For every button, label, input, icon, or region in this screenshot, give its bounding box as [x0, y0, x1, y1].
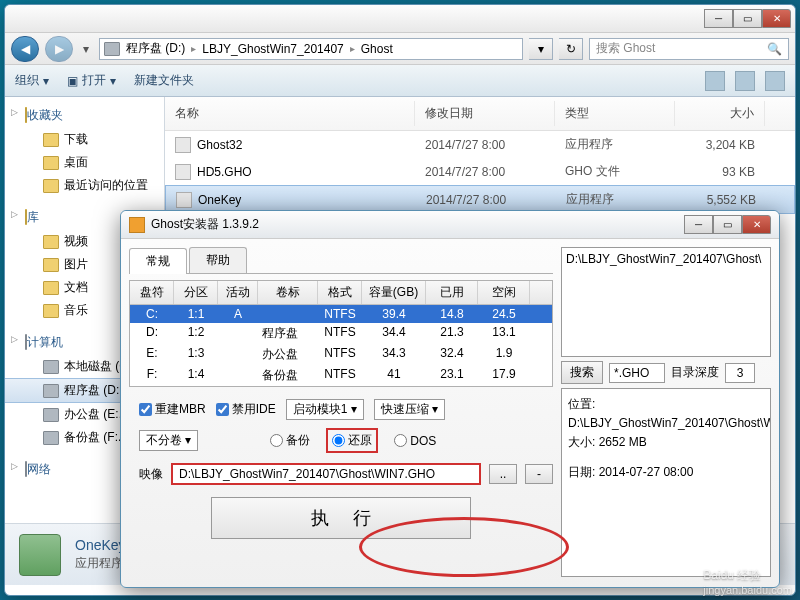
col-capacity[interactable]: 容量(GB) — [362, 281, 426, 304]
nav-forward-button[interactable]: ▶ — [45, 36, 73, 62]
col-disk[interactable]: 盘符 — [130, 281, 174, 304]
breadcrumb[interactable]: LBJY_GhostWin7_201407 — [202, 42, 343, 56]
address-dropdown[interactable]: ▾ — [529, 38, 553, 60]
breadcrumb[interactable]: Ghost — [361, 42, 393, 56]
browse-button[interactable]: .. — [489, 464, 517, 484]
backup-radio[interactable]: 备份 — [270, 432, 310, 449]
pictures-icon — [43, 258, 59, 272]
dialog-close-button[interactable]: ✕ — [742, 215, 771, 234]
search-button[interactable]: 搜索 — [561, 361, 603, 384]
sidebar-favorites[interactable]: 收藏夹 — [5, 103, 164, 128]
watermark: Baidu 经验 jingyan.baidu.com — [703, 567, 792, 596]
info-box: 位置: D:\LBJY_GhostWin7_201407\Ghost\WI 大小… — [561, 388, 771, 577]
drive-icon — [104, 42, 120, 56]
col-free[interactable]: 空闲 — [478, 281, 530, 304]
partition-row[interactable]: C:1:1ANTFS39.414.824.5 — [130, 305, 552, 323]
sidebar-item-recent[interactable]: 最近访问的位置 — [5, 174, 164, 197]
drive-icon — [43, 408, 59, 422]
dos-radio[interactable]: DOS — [394, 434, 436, 448]
nav-back-button[interactable]: ◀ — [11, 36, 39, 62]
recent-icon — [43, 179, 59, 193]
file-icon — [176, 192, 192, 208]
toolbar: 组织 ▾ ▣ 打开 ▾ 新建文件夹 — [5, 65, 795, 97]
drive-icon — [43, 360, 59, 374]
boot-module-select[interactable]: 启动模块1 ▾ — [286, 399, 364, 420]
tab-help[interactable]: 帮助 — [189, 247, 247, 273]
file-icon — [175, 137, 191, 153]
close-button[interactable]: ✕ — [762, 9, 791, 28]
search-icon: 🔍 — [767, 42, 782, 56]
new-folder-button[interactable]: 新建文件夹 — [134, 72, 194, 89]
video-icon — [43, 235, 59, 249]
col-active[interactable]: 活动 — [218, 281, 258, 304]
rebuild-mbr-checkbox[interactable]: 重建MBR — [139, 401, 206, 418]
refresh-button[interactable]: ↻ — [559, 38, 583, 60]
drive-icon — [43, 431, 59, 445]
explorer-titlebar[interactable]: ─ ▭ ✕ — [5, 5, 795, 33]
col-size[interactable]: 大小 — [675, 101, 765, 126]
compress-select[interactable]: 快速压缩 ▾ — [374, 399, 445, 420]
address-bar: ◀ ▶ ▾ 程序盘 (D:)▸ LBJY_GhostWin7_201407▸ G… — [5, 33, 795, 65]
app-icon — [129, 217, 145, 233]
col-part[interactable]: 分区 — [174, 281, 218, 304]
music-icon — [43, 304, 59, 318]
dialog-maximize-button[interactable]: ▭ — [713, 215, 742, 234]
remove-button[interactable]: - — [525, 464, 553, 484]
dialog-minimize-button[interactable]: ─ — [684, 215, 713, 234]
partition-row[interactable]: D:1:2程序盘NTFS34.421.313.1 — [130, 323, 552, 344]
breadcrumb[interactable]: 程序盘 (D:) — [126, 40, 185, 57]
file-columns-header: 名称 修改日期 类型 大小 — [165, 97, 795, 131]
address-field[interactable]: 程序盘 (D:)▸ LBJY_GhostWin7_201407▸ Ghost — [99, 38, 523, 60]
tab-normal[interactable]: 常规 — [129, 248, 187, 274]
search-placeholder: 搜索 Ghost — [596, 40, 655, 57]
dialog-titlebar[interactable]: Ghost安装器 1.3.9.2 ─ ▭ ✕ — [121, 211, 779, 239]
restore-radio[interactable]: 还原 — [332, 432, 372, 449]
file-large-icon — [19, 534, 61, 576]
image-label: 映像 — [139, 466, 163, 483]
col-type[interactable]: 类型 — [555, 101, 675, 126]
maximize-button[interactable]: ▭ — [733, 9, 762, 28]
novol-select[interactable]: 不分卷 ▾ — [139, 430, 198, 451]
file-row[interactable]: Ghost322014/7/27 8:00应用程序3,204 KB — [165, 131, 795, 158]
depth-label: 目录深度 — [671, 364, 719, 381]
folder-icon — [43, 133, 59, 147]
col-name[interactable]: 名称 — [165, 101, 415, 126]
depth-field[interactable]: 3 — [725, 363, 755, 383]
documents-icon — [43, 281, 59, 295]
partition-table: 盘符 分区 活动 卷标 格式 容量(GB) 已用 空闲 C:1:1ANTFS39… — [129, 280, 553, 387]
ghost-installer-dialog: Ghost安装器 1.3.9.2 ─ ▭ ✕ 常规 帮助 盘符 分区 活动 卷标… — [120, 210, 780, 588]
col-date[interactable]: 修改日期 — [415, 101, 555, 126]
help-button[interactable] — [765, 71, 785, 91]
execute-button[interactable]: 执行 — [211, 497, 471, 539]
sidebar-item-downloads[interactable]: 下载 — [5, 128, 164, 151]
dialog-title: Ghost安装器 1.3.9.2 — [151, 216, 259, 233]
open-button[interactable]: ▣ 打开 ▾ — [67, 72, 116, 89]
partition-row[interactable]: F:1:4备份盘NTFS4123.117.9 — [130, 365, 552, 386]
desktop-icon — [43, 156, 59, 170]
search-input[interactable]: 搜索 Ghost 🔍 — [589, 38, 789, 60]
col-used[interactable]: 已用 — [426, 281, 478, 304]
view-button[interactable] — [705, 71, 725, 91]
col-label[interactable]: 卷标 — [258, 281, 318, 304]
file-row[interactable]: HD5.GHO2014/7/27 8:00GHO 文件93 KB — [165, 158, 795, 185]
tabs: 常规 帮助 — [129, 247, 553, 274]
sidebar-item-desktop[interactable]: 桌面 — [5, 151, 164, 174]
path-list[interactable]: D:\LBJY_GhostWin7_201407\Ghost\ — [561, 247, 771, 357]
preview-pane-button[interactable] — [735, 71, 755, 91]
minimize-button[interactable]: ─ — [704, 9, 733, 28]
organize-menu[interactable]: 组织 ▾ — [15, 72, 49, 89]
file-icon — [175, 164, 191, 180]
nav-history-dropdown[interactable]: ▾ — [79, 36, 93, 62]
pattern-field[interactable]: *.GHO — [609, 363, 665, 383]
image-path-field[interactable]: D:\LBJY_GhostWin7_201407\Ghost\WIN7.GHO — [171, 463, 481, 485]
partition-row[interactable]: E:1:3办公盘NTFS34.332.41.9 — [130, 344, 552, 365]
col-format[interactable]: 格式 — [318, 281, 362, 304]
disable-ide-checkbox[interactable]: 禁用IDE — [216, 401, 276, 418]
drive-icon — [43, 384, 59, 398]
